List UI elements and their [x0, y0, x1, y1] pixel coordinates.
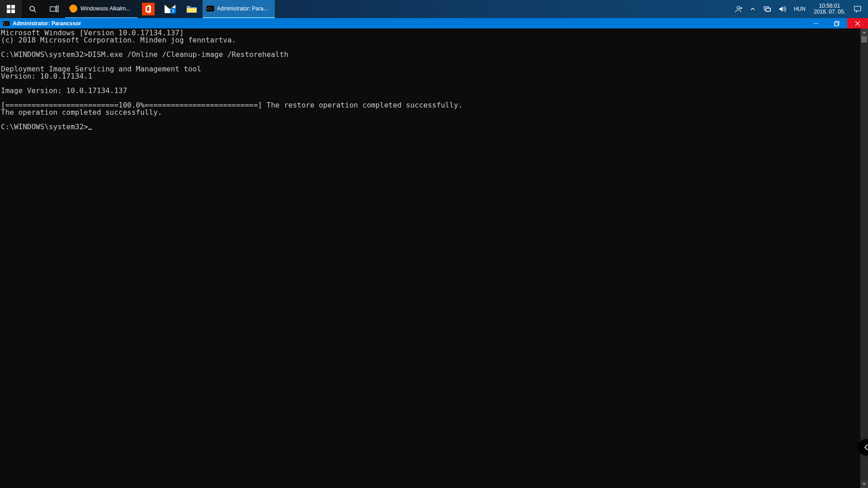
terminal-scrollbar[interactable]: [860, 28, 868, 488]
tray-people[interactable]: [731, 0, 746, 18]
search-button[interactable]: [22, 0, 43, 18]
minimize-icon: [813, 21, 819, 26]
terminal-body: Microsoft Windows [Version 10.0.17134.13…: [0, 28, 868, 488]
scrollbar-thumb[interactable]: [861, 36, 867, 42]
window-controls: [806, 18, 868, 28]
maximize-button[interactable]: [826, 18, 847, 28]
svg-rect-25: [835, 22, 838, 26]
tray-ime[interactable]: HUN: [790, 0, 809, 18]
show-desktop[interactable]: [865, 0, 868, 18]
svg-rect-11: [187, 6, 190, 7]
mail-badge-count: 3: [170, 8, 176, 14]
minimize-button[interactable]: [806, 18, 826, 28]
tray-clock[interactable]: 10:56:01 2018. 07. 05.: [809, 3, 850, 15]
folder-icon: [187, 5, 197, 13]
close-button[interactable]: [847, 18, 868, 28]
svg-text:C:\: C:\: [4, 22, 9, 26]
volume-icon: [778, 5, 787, 13]
cmd-icon: C:\: [206, 5, 214, 12]
chevron-left-icon: [863, 444, 868, 451]
svg-rect-3: [11, 9, 15, 13]
task-view-button[interactable]: [43, 0, 65, 18]
svg-rect-0: [7, 5, 10, 9]
taskbar-app-mail[interactable]: 3: [159, 0, 181, 18]
svg-rect-6: [50, 7, 56, 11]
window-title: Administrator: Parancssor: [13, 20, 81, 27]
titlebar-app-icon: C:\: [2, 19, 11, 28]
task-view-icon: [50, 5, 59, 13]
search-icon: [28, 5, 37, 13]
clock-date: 2018. 07. 05.: [814, 9, 845, 15]
scrollbar-down-button[interactable]: [860, 480, 868, 488]
tray-network[interactable]: [760, 0, 775, 18]
notification-icon: [854, 5, 862, 13]
svg-rect-8: [57, 9, 58, 12]
ime-label: HUN: [794, 6, 806, 12]
svg-rect-20: [854, 6, 861, 11]
chevron-up-icon: [862, 30, 866, 34]
office-icon: [142, 3, 155, 15]
taskbar-app-office[interactable]: [137, 0, 159, 18]
tray-action-center[interactable]: [850, 0, 865, 18]
people-icon: [734, 5, 742, 13]
tray-overflow[interactable]: [746, 0, 760, 18]
chevron-down-icon: [862, 482, 866, 486]
svg-rect-1: [11, 5, 15, 9]
taskbar-app-label: Administrator: Para...: [217, 5, 268, 12]
taskbar-spacer: [275, 0, 731, 18]
taskbar-app-explorer[interactable]: [181, 0, 203, 18]
svg-rect-2: [7, 9, 10, 13]
taskbar-app-cmd[interactable]: C:\ Administrator: Para...: [203, 0, 275, 18]
system-tray: HUN 10:56:01 2018. 07. 05.: [731, 0, 868, 18]
scrollbar-up-button[interactable]: [860, 28, 868, 36]
terminal-cursor: [88, 129, 92, 130]
tray-volume[interactable]: [775, 0, 790, 18]
svg-marker-30: [863, 483, 866, 485]
mail-icon: 3: [165, 5, 175, 13]
svg-point-14: [737, 6, 740, 9]
svg-point-4: [30, 6, 34, 11]
close-icon: [855, 21, 860, 26]
svg-text:C:\: C:\: [208, 6, 213, 11]
terminal-output[interactable]: Microsoft Windows [Version 10.0.17134.13…: [0, 28, 860, 488]
taskbar-app-label: Windowsos Alkalm...: [80, 5, 130, 12]
svg-rect-7: [57, 6, 58, 8]
windows-logo-icon: [7, 5, 15, 13]
network-icon: [763, 6, 771, 12]
chevron-up-icon: [750, 6, 756, 12]
svg-rect-18: [766, 8, 770, 11]
taskbar-app-firefox[interactable]: Windowsos Alkalm...: [65, 0, 137, 18]
firefox-icon: [69, 4, 78, 13]
svg-marker-29: [863, 31, 866, 33]
taskbar: Windowsos Alkalm... 3: [0, 0, 868, 18]
terminal-prompt: C:\WINDOWS\system32>: [1, 122, 88, 131]
svg-line-5: [34, 10, 36, 12]
cmd-window: C:\ Administrator: Parancssor: [0, 18, 868, 488]
titlebar[interactable]: C:\ Administrator: Parancssor: [0, 18, 868, 28]
restore-icon: [834, 21, 840, 26]
start-button[interactable]: [0, 0, 22, 18]
